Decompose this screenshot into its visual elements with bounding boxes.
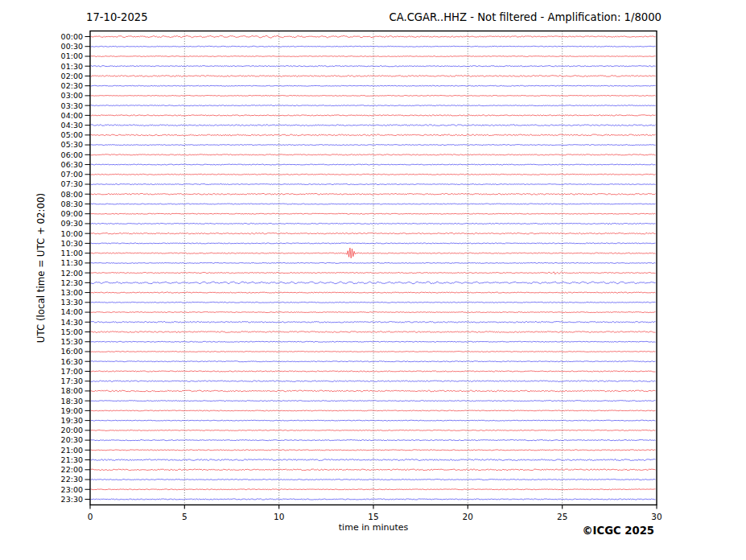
- row-time-label: 05:00: [61, 130, 83, 139]
- seismo-trace-18-30: [91, 401, 656, 401]
- seismo-trace-15-30: [91, 341, 656, 342]
- row-time-label: 01:30: [61, 62, 83, 71]
- row-time-label: 02:00: [61, 72, 83, 80]
- row-time-label: 20:00: [61, 426, 83, 434]
- row-time-label: 07:30: [61, 179, 83, 188]
- seismo-trace-18-00: [91, 390, 656, 392]
- y-axis-label: UTC (local time = UTC + 02:00): [35, 193, 47, 343]
- copyright-credit: ©ICGC 2025: [582, 525, 654, 537]
- seismo-trace-23-00: [91, 489, 656, 490]
- row-time-label: 17:30: [61, 377, 83, 385]
- row-time-label: 09:00: [61, 209, 83, 218]
- seismo-trace-01-30: [91, 66, 656, 67]
- row-time-label: 12:30: [61, 278, 83, 287]
- row-time-label: 04:30: [61, 121, 83, 130]
- seismo-trace-06-30: [91, 164, 656, 165]
- x-tick-label: 30: [651, 512, 662, 521]
- row-time-label: 16:30: [61, 357, 83, 366]
- row-time-label: 13:00: [61, 288, 83, 297]
- date-title: 17-10-2025: [86, 11, 148, 23]
- seismo-trace-20-30: [91, 440, 656, 441]
- row-time-label: 06:00: [61, 150, 83, 159]
- row-time-label: 10:00: [61, 229, 83, 238]
- x-tick-label: 10: [274, 512, 284, 521]
- seismo-trace-16-30: [91, 361, 656, 362]
- row-time-label: 16:00: [61, 347, 83, 356]
- x-tick-label: 20: [463, 512, 473, 521]
- seismo-trace-17-00: [91, 371, 656, 372]
- seismo-trace-12-00: [91, 272, 656, 274]
- row-time-label: 17:00: [61, 367, 83, 376]
- row-time-label: 21:30: [61, 455, 83, 464]
- row-time-label: 14:00: [61, 307, 83, 316]
- seismo-trace-08-00: [91, 193, 656, 195]
- seismo-trace-13-00: [91, 292, 656, 293]
- seismo-trace-05-00: [91, 134, 656, 136]
- row-time-label: 03:30: [61, 101, 83, 110]
- seismo-trace-02-00: [91, 76, 656, 77]
- seismo-trace-15-00: [91, 331, 656, 333]
- row-time-label: 04:00: [61, 111, 83, 120]
- x-axis-label: time in minutes: [339, 522, 409, 533]
- row-time-label: 00:30: [61, 42, 83, 51]
- y-ticks-layer: 00:0000:3001:0001:3002:0002:3003:0003:30…: [61, 32, 90, 504]
- row-time-label: 20:30: [61, 435, 83, 444]
- row-time-label: 03:00: [61, 91, 83, 100]
- seismo-trace-21-00: [91, 450, 656, 451]
- row-time-label: 08:30: [61, 200, 83, 208]
- row-time-label: 09:30: [61, 219, 83, 228]
- row-time-label: 11:30: [61, 258, 83, 267]
- seismo-trace-08-30: [91, 204, 656, 204]
- row-time-label: 22:30: [61, 475, 83, 484]
- row-time-label: 02:30: [61, 81, 83, 90]
- row-time-label: 19:00: [61, 406, 83, 415]
- seismo-trace-04-30: [91, 125, 656, 126]
- seismo-trace-17-30: [91, 381, 656, 381]
- seismo-trace-19-30: [91, 420, 656, 421]
- seismo-trace-21-30: [91, 459, 656, 461]
- row-time-label: 15:00: [61, 327, 83, 336]
- row-time-label: 14:30: [61, 318, 83, 327]
- row-time-label: 12:00: [61, 269, 83, 278]
- row-time-label: 18:30: [61, 397, 83, 406]
- seismo-trace-11-00: [91, 248, 656, 258]
- seismo-trace-05-30: [91, 145, 656, 146]
- seismo-trace-03-00: [91, 95, 656, 96]
- row-time-label: 11:00: [61, 249, 83, 257]
- row-time-label: 18:00: [61, 386, 83, 395]
- x-tick-label: 5: [182, 512, 188, 521]
- x-ticks-layer: 051015202530: [88, 505, 662, 521]
- row-time-label: 13:30: [61, 298, 83, 307]
- row-time-label: 21:00: [61, 446, 83, 455]
- seismo-trace-22-30: [91, 479, 656, 480]
- helicorder-plot: 17-10-2025 CA.CGAR..HHZ - Not filtered -…: [0, 0, 746, 560]
- seismo-trace-10-00: [91, 233, 656, 233]
- grid-layer: [184, 31, 562, 505]
- traces-layer: [91, 35, 656, 500]
- x-tick-label: 0: [88, 512, 93, 521]
- seismo-trace-13-30: [91, 302, 656, 303]
- row-time-label: 10:30: [61, 239, 83, 248]
- helicorder-page: 17-10-2025 CA.CGAR..HHZ - Not filtered -…: [0, 0, 746, 560]
- seismo-trace-10-30: [91, 243, 656, 244]
- x-tick-label: 15: [368, 512, 378, 521]
- station-title: CA.CGAR..HHZ - Not filtered - Amplificat…: [389, 11, 662, 23]
- seismo-trace-22-00: [91, 469, 656, 471]
- seismo-trace-04-00: [91, 115, 656, 116]
- row-time-label: 23:00: [61, 485, 83, 494]
- seismo-trace-02-30: [91, 85, 656, 86]
- row-time-label: 07:00: [61, 170, 83, 179]
- seismo-trace-07-30: [91, 184, 656, 185]
- seismo-trace-12-30: [91, 282, 656, 284]
- seismo-trace-00-00: [91, 35, 656, 38]
- seismo-trace-11-30: [91, 262, 656, 263]
- row-time-label: 22:00: [61, 465, 83, 474]
- seismo-trace-14-30: [91, 322, 656, 323]
- seismo-trace-00-30: [91, 46, 656, 47]
- seismo-trace-03-30: [91, 105, 656, 106]
- row-time-label: 08:00: [61, 190, 83, 199]
- row-time-label: 19:30: [61, 416, 83, 425]
- seismo-trace-09-30: [91, 223, 656, 224]
- seismo-trace-07-00: [91, 174, 656, 175]
- seismo-trace-06-00: [91, 154, 656, 155]
